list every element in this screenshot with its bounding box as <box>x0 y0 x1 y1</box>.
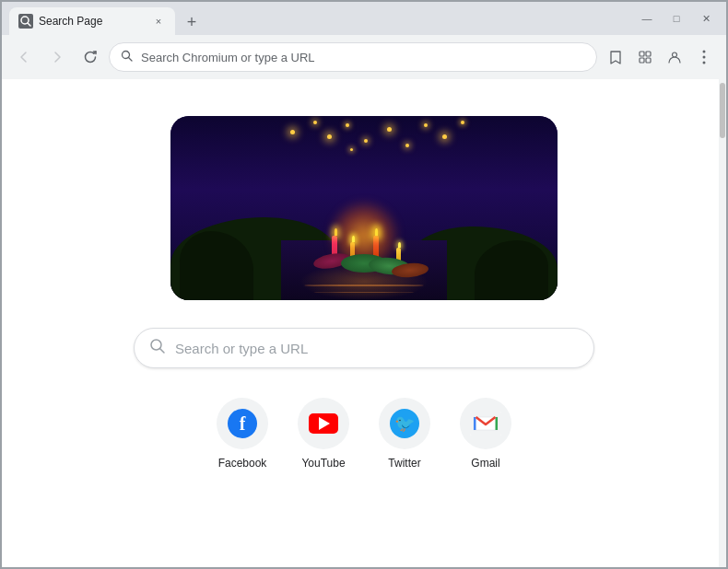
scrollbar[interactable] <box>719 79 726 567</box>
youtube-icon <box>309 413 338 434</box>
shortcuts-row: f Facebook YouTube 🐦 <box>217 398 511 470</box>
active-tab[interactable]: Search Page × <box>9 7 175 35</box>
youtube-play-triangle <box>319 417 330 430</box>
page-content: Search or type a URL f Facebook YouTube <box>2 79 726 567</box>
youtube-icon-wrapper <box>298 398 349 449</box>
scrollbar-thumb[interactable] <box>720 83 725 138</box>
search-icon <box>149 338 166 358</box>
maximize-button[interactable]: □ <box>663 6 689 31</box>
doodle-image[interactable] <box>170 116 558 300</box>
svg-rect-5 <box>646 52 651 56</box>
address-search-icon <box>121 50 134 65</box>
nav-actions <box>601 42 719 72</box>
close-button[interactable]: ✕ <box>693 6 719 31</box>
search-input-placeholder: Search or type a URL <box>175 341 308 356</box>
twitter-bird-icon: 🐦 <box>394 413 415 434</box>
shortcut-youtube[interactable]: YouTube <box>298 398 349 470</box>
title-bar: Search Page × + — □ ✕ <box>2 2 726 35</box>
svg-point-10 <box>703 56 706 59</box>
tab-close-button[interactable]: × <box>151 14 166 29</box>
extensions-button[interactable] <box>630 42 660 72</box>
tab-title: Search Page <box>39 15 146 28</box>
facebook-label: Facebook <box>218 457 267 470</box>
address-bar[interactable]: Search Chromium or type a URL <box>109 42 597 72</box>
shortcut-gmail[interactable]: Gmail <box>460 398 511 470</box>
svg-rect-4 <box>640 52 644 56</box>
svg-point-8 <box>673 52 677 57</box>
svg-line-1 <box>28 23 30 26</box>
svg-point-11 <box>703 62 706 64</box>
facebook-icon: f <box>228 409 257 438</box>
tab-bar: Search Page × + <box>9 2 627 35</box>
menu-button[interactable] <box>689 42 719 72</box>
forward-button[interactable] <box>42 42 72 72</box>
new-tab-button[interactable]: + <box>179 9 205 35</box>
svg-line-13 <box>160 349 165 354</box>
search-container: Search or type a URL <box>134 328 594 368</box>
youtube-label: YouTube <box>301 457 345 470</box>
back-button[interactable] <box>9 42 39 72</box>
gmail-icon-wrapper <box>460 398 511 449</box>
svg-rect-6 <box>640 58 644 63</box>
facebook-icon-wrapper: f <box>217 398 268 449</box>
nav-bar: Search Chromium or type a URL <box>2 35 726 79</box>
svg-rect-18 <box>474 417 476 430</box>
window-controls: — □ ✕ <box>634 6 719 31</box>
gmail-icon <box>470 412 501 435</box>
twitter-icon: 🐦 <box>390 409 419 438</box>
bookmark-button[interactable] <box>601 42 630 72</box>
refresh-button[interactable] <box>76 42 105 72</box>
tab-favicon <box>18 14 33 29</box>
minimize-button[interactable]: — <box>634 6 660 31</box>
shortcut-facebook[interactable]: f Facebook <box>217 398 268 470</box>
profile-button[interactable] <box>660 42 689 72</box>
browser-window: Search Page × + — □ ✕ <box>0 0 728 569</box>
twitter-label: Twitter <box>388 457 420 470</box>
svg-point-9 <box>703 51 706 53</box>
shortcut-twitter[interactable]: 🐦 Twitter <box>379 398 430 470</box>
twitter-icon-wrapper: 🐦 <box>379 398 430 449</box>
svg-rect-7 <box>646 58 651 63</box>
address-text: Search Chromium or type a URL <box>141 51 585 64</box>
gmail-label: Gmail <box>471 457 499 470</box>
svg-rect-19 <box>496 417 499 430</box>
search-bar[interactable]: Search or type a URL <box>134 328 594 368</box>
svg-line-3 <box>129 57 133 61</box>
